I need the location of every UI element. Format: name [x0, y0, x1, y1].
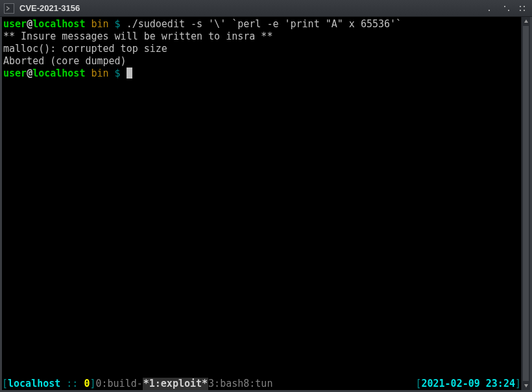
svg-point-4 — [524, 6, 525, 7]
minimize-button[interactable] — [485, 3, 497, 14]
status-window-0[interactable]: 0:build- — [96, 378, 143, 390]
prompt-symbol: $ — [115, 18, 121, 30]
cursor — [127, 67, 132, 79]
status-host: localhost — [8, 378, 60, 390]
prompt-host: localhost — [32, 67, 85, 79]
output-line-1: ** Insure messages will be written to in… — [3, 31, 272, 42]
maximize-button[interactable] — [501, 3, 513, 14]
svg-point-3 — [520, 6, 521, 7]
prompt-dir: bin — [91, 67, 108, 79]
prompt-at: @ — [27, 18, 32, 30]
client-area: user@localhost bin $ ./sudoedit -s '\' `… — [0, 17, 532, 392]
scroll-up-arrow-icon[interactable] — [522, 17, 531, 26]
output-line-3: Aborted (core dumped) — [3, 55, 127, 67]
output-line-2: malloc(): corrupted top size — [3, 43, 167, 55]
command-line-1: ./sudoedit -s '\' `perl -e 'print "A" x … — [127, 18, 402, 30]
tmux-statusbar: [ localhost :: 0 ]0:build- *1:exploit* 3… — [2, 378, 521, 390]
prompt-user: user — [3, 18, 27, 30]
prompt-user: user — [3, 67, 27, 79]
status-lbracket2: [ — [415, 378, 421, 390]
status-window-8[interactable]: 8:tun — [243, 378, 272, 390]
status-datetime: 2021-02-09 23:24 — [421, 378, 515, 390]
prompt-dir: bin — [91, 18, 108, 30]
prompt-symbol: $ — [115, 67, 121, 79]
status-window-1-active[interactable]: *1:exploit* — [143, 378, 208, 390]
prompt-at: @ — [27, 67, 32, 79]
status-window-3[interactable]: 3:bash — [208, 378, 243, 390]
svg-point-5 — [520, 10, 521, 11]
terminal-window: CVE-2021-3156 user@localhost bin $ ./sud… — [0, 0, 532, 392]
status-session-num: 0 — [84, 378, 90, 390]
titlebar: CVE-2021-3156 — [0, 0, 532, 17]
svg-point-6 — [524, 10, 525, 11]
scroll-down-arrow-icon[interactable] — [522, 381, 531, 390]
close-button[interactable] — [516, 3, 528, 14]
window-title: CVE-2021-3156 — [19, 3, 80, 13]
vertical-scrollbar[interactable] — [521, 17, 530, 390]
status-rbracket2: ] — [515, 378, 521, 390]
status-lbracket: [ — [2, 378, 8, 390]
scrollbar-thumb[interactable] — [523, 26, 529, 381]
terminal-app-icon — [4, 3, 14, 14]
terminal-viewport[interactable]: user@localhost bin $ ./sudoedit -s '\' `… — [2, 17, 521, 390]
svg-point-0 — [489, 10, 490, 11]
status-sep: :: — [60, 378, 84, 390]
svg-point-2 — [508, 10, 509, 11]
scrollbar-track[interactable] — [522, 26, 530, 381]
status-rbracket: ] — [90, 378, 95, 390]
prompt-host: localhost — [32, 18, 85, 30]
svg-point-1 — [504, 6, 505, 7]
